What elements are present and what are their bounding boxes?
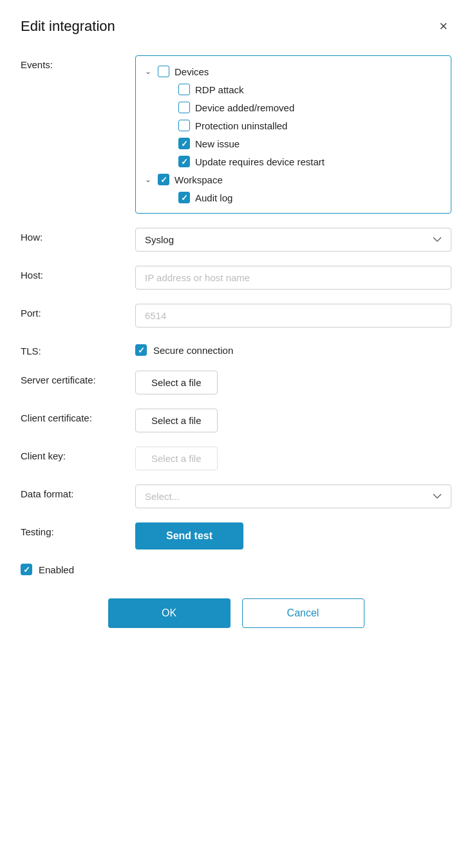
client-certificate-control: Select a file <box>135 409 451 432</box>
workspace-checkbox[interactable] <box>158 174 169 185</box>
rdp-attack-row: RDP attack <box>145 80 442 98</box>
tls-checkbox-label: Secure connection <box>153 345 233 356</box>
server-certificate-control: Select a file <box>135 371 451 394</box>
client-key-label: Client key: <box>21 447 135 461</box>
update-restart-row: Update requires device restart <box>145 152 442 171</box>
server-certificate-label: Server certificate: <box>21 371 135 385</box>
new-issue-label: New issue <box>195 138 240 149</box>
host-label: Host: <box>21 266 135 281</box>
events-row: Events: ⌄ Devices RDP attack Device adde… <box>21 55 451 214</box>
data-format-select[interactable]: Select... JSON CEF LEEF <box>135 485 451 508</box>
workspace-group-row: ⌄ Workspace <box>145 171 442 189</box>
tls-row: TLS: Secure connection <box>21 342 451 356</box>
enabled-row: Enabled <box>21 564 451 575</box>
ok-button[interactable]: OK <box>108 598 231 628</box>
server-certificate-button[interactable]: Select a file <box>135 371 218 394</box>
client-certificate-button[interactable]: Select a file <box>135 409 218 432</box>
host-control <box>135 266 451 290</box>
events-label: Events: <box>21 55 135 70</box>
port-row: Port: <box>21 304 451 328</box>
how-select[interactable]: Syslog HTTPS Email <box>135 228 451 252</box>
how-label: How: <box>21 228 135 243</box>
audit-log-checkbox[interactable] <box>178 192 190 203</box>
new-issue-row: New issue <box>145 134 442 152</box>
new-issue-checkbox[interactable] <box>178 138 190 149</box>
host-input[interactable] <box>135 266 451 290</box>
device-added-label: Device added/removed <box>195 102 294 113</box>
rdp-attack-checkbox[interactable] <box>178 84 190 95</box>
device-added-checkbox[interactable] <box>178 102 190 113</box>
close-button[interactable]: × <box>435 18 451 35</box>
tls-label: TLS: <box>21 342 135 356</box>
port-input[interactable] <box>135 304 451 328</box>
workspace-label: Workspace <box>175 174 223 185</box>
send-test-button[interactable]: Send test <box>135 522 243 549</box>
testing-control: Send test <box>135 522 451 549</box>
data-format-control: Select... JSON CEF LEEF <box>135 485 451 508</box>
data-format-label: Data format: <box>21 485 135 499</box>
footer-buttons: OK Cancel <box>21 598 451 628</box>
device-added-row: Device added/removed <box>145 98 442 116</box>
devices-label: Devices <box>175 66 209 77</box>
dialog-header: Edit integration × <box>21 18 451 35</box>
client-key-row: Client key: Select a file <box>21 447 451 470</box>
protection-uninstalled-row: Protection uninstalled <box>145 116 442 134</box>
client-key-button[interactable]: Select a file <box>135 447 218 470</box>
enabled-label: Enabled <box>39 564 74 575</box>
cancel-button[interactable]: Cancel <box>242 598 364 628</box>
server-certificate-row: Server certificate: Select a file <box>21 371 451 394</box>
events-control: ⌄ Devices RDP attack Device added/remove… <box>135 55 451 214</box>
data-format-row: Data format: Select... JSON CEF LEEF <box>21 485 451 508</box>
port-label: Port: <box>21 304 135 319</box>
how-control: Syslog HTTPS Email <box>135 228 451 252</box>
protection-uninstalled-checkbox[interactable] <box>178 120 190 131</box>
audit-log-row: Audit log <box>145 189 442 207</box>
rdp-attack-label: RDP attack <box>195 84 244 95</box>
tls-checkbox[interactable] <box>135 344 147 356</box>
events-box: ⌄ Devices RDP attack Device added/remove… <box>135 55 451 214</box>
enabled-checkbox[interactable] <box>21 564 32 575</box>
protection-uninstalled-label: Protection uninstalled <box>195 120 287 131</box>
devices-group-row: ⌄ Devices <box>145 62 442 80</box>
update-restart-label: Update requires device restart <box>195 156 325 167</box>
client-certificate-label: Client certificate: <box>21 409 135 423</box>
edit-integration-dialog: Edit integration × Events: ⌄ Devices RDP… <box>0 0 472 868</box>
tls-control: Secure connection <box>135 342 451 356</box>
client-key-control: Select a file <box>135 447 451 470</box>
tls-checkbox-row: Secure connection <box>135 342 451 356</box>
host-row: Host: <box>21 266 451 290</box>
devices-chevron-icon: ⌄ <box>145 67 151 76</box>
update-restart-checkbox[interactable] <box>178 156 190 167</box>
dialog-title: Edit integration <box>21 18 115 35</box>
testing-label: Testing: <box>21 522 135 537</box>
testing-row: Testing: Send test <box>21 522 451 549</box>
port-control <box>135 304 451 328</box>
how-row: How: Syslog HTTPS Email <box>21 228 451 252</box>
devices-checkbox[interactable] <box>158 66 169 77</box>
audit-log-label: Audit log <box>195 192 232 203</box>
workspace-chevron-icon: ⌄ <box>145 175 151 184</box>
client-certificate-row: Client certificate: Select a file <box>21 409 451 432</box>
